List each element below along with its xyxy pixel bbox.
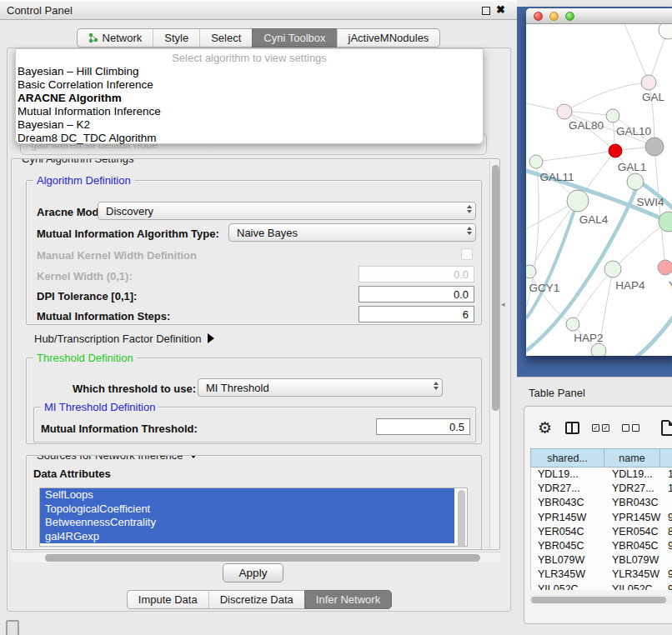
network-node-GAL80[interactable] — [557, 104, 572, 119]
dpi-tolerance-input[interactable] — [359, 286, 474, 302]
scrollbar-thumb[interactable] — [45, 554, 480, 562]
settings-group-title: Cyni Algorithm Settings — [18, 158, 137, 165]
network-node-gray[interactable] — [645, 138, 664, 156]
tab-cyni-toolbox[interactable]: Cyni Toolbox — [252, 28, 336, 48]
network-node-top-partial[interactable] — [659, 24, 672, 39]
manual-kernel-checkbox[interactable] — [461, 248, 473, 260]
data-attribute-item[interactable]: TopologicalCoefficient — [40, 502, 454, 517]
new-table-icon[interactable] — [661, 420, 672, 436]
data-attribute-item[interactable]: BetweennessCentrality — [40, 516, 454, 530]
data-attributes-list: SelfLoopsTopologicalCoefficientBetweenne… — [39, 488, 468, 547]
network-node-SWI4-small[interactable] — [627, 173, 644, 190]
network-node-GAL11[interactable] — [529, 155, 543, 168]
kernel-width-input[interactable] — [359, 266, 474, 282]
table-row[interactable]: YDL19...YDL19...13 — [531, 468, 672, 482]
mi-steps-input[interactable] — [359, 306, 474, 322]
columns-icon[interactable] — [565, 422, 579, 434]
settings-horizontal-scrollbar[interactable] — [12, 552, 500, 562]
table-cell: YDL19... — [531, 468, 605, 482]
data-attribute-item[interactable]: gal4RGexp — [40, 530, 454, 544]
network-edge[interactable] — [529, 272, 573, 324]
network-node-GAL1[interactable] — [609, 144, 622, 158]
column-header-name[interactable]: name — [604, 448, 660, 468]
cyni-toolbox-panel: galFiltered.sif default node Select algo… — [7, 48, 511, 612]
network-node-label: GAL4 — [579, 213, 609, 226]
network-node-bottom-partial[interactable] — [591, 343, 606, 356]
gear-icon[interactable]: ⚙ — [538, 420, 552, 436]
algorithm-option[interactable]: Basic Correlation Inference — [16, 78, 483, 92]
apply-button[interactable]: Apply — [223, 563, 283, 582]
table-cell — [661, 553, 672, 568]
combo-spinner-icon — [434, 382, 439, 390]
algorithm-option[interactable]: ARACNE Algorithm — [16, 92, 483, 105]
mi-algorithm-type-combo[interactable]: Naive Bayes — [228, 223, 476, 242]
table-cell: YIL052C — [605, 582, 661, 591]
algorithm-option[interactable]: Bayesian – Hill Climbing — [16, 65, 483, 78]
table-row[interactable]: YLR345WYLR345W9. — [531, 568, 672, 582]
scrollbar-thumb[interactable] — [531, 597, 666, 603]
table-cell: 13 — [661, 468, 672, 482]
table-cell: YLR345W — [605, 568, 661, 582]
float-window-icon[interactable] — [482, 7, 490, 15]
select-none-icon[interactable] — [622, 424, 639, 432]
tab-jactivemnodules[interactable]: jActiveMNodules — [337, 28, 441, 48]
minimized-panel-icon[interactable] — [6, 620, 19, 635]
network-node-GAL10[interactable] — [606, 109, 619, 122]
which-threshold-combo[interactable]: MI Threshold — [198, 378, 443, 397]
table-row[interactable]: YPR145WYPR145W9. — [531, 511, 672, 525]
table-row[interactable]: YIL052CYIL052C9 — [531, 582, 672, 591]
network-node-HAP2[interactable] — [566, 318, 579, 331]
tab-discretize-data[interactable]: Discretize Data — [208, 590, 304, 609]
column-header-partial[interactable]: A — [660, 448, 672, 468]
network-edge[interactable] — [529, 201, 578, 272]
control-panel-title: Control Panel — [7, 4, 73, 17]
algorithm-option[interactable]: Dream8 DC_TDC Algorithm — [16, 132, 483, 145]
network-edge[interactable] — [564, 82, 649, 112]
mi-threshold-input[interactable] — [376, 418, 470, 435]
panel-divider-arrow[interactable]: ◂ — [501, 300, 505, 308]
network-edge[interactable] — [573, 269, 613, 324]
network-node-HAP4[interactable] — [604, 261, 621, 278]
network-edge[interactable] — [624, 24, 649, 82]
hub-definition-label: Hub/Transcription Factor Definition — [34, 332, 201, 345]
settings-vertical-scrollbar[interactable] — [489, 161, 500, 548]
network-node-GCY1[interactable] — [526, 265, 536, 278]
minimize-traffic-light-icon[interactable] — [549, 12, 559, 21]
tab-select[interactable]: Select — [199, 28, 252, 48]
tab-label: Discretize Data — [220, 593, 293, 606]
hub-definition-expander[interactable]: Hub/Transcription Factor Definition — [34, 332, 214, 345]
table-horizontal-scrollbar[interactable] — [529, 595, 672, 604]
table-row[interactable]: YBL079WYBL079W — [531, 553, 672, 568]
table-row[interactable]: YDR27...YDR27...12 — [531, 482, 672, 496]
algorithm-option[interactable]: Mutual Information Inference — [16, 105, 483, 118]
network-canvas[interactable]: GALGAL80GAL10GAL1GAL11SWI4GAL4GCY1HAP4YH… — [526, 24, 672, 356]
tab-network[interactable]: Network — [77, 28, 153, 48]
select-all-checked-icon[interactable]: ✓✓ — [592, 424, 609, 432]
table-row[interactable]: YBR043CYBR043C — [531, 496, 672, 510]
network-node-label: Y — [669, 279, 672, 292]
column-header-shared[interactable]: shared... — [530, 448, 604, 468]
network-node-GAL[interactable] — [641, 75, 656, 90]
network-edge-highlighted[interactable] — [634, 308, 672, 356]
network-window-titlebar[interactable] — [526, 8, 672, 24]
scrollbar-thumb[interactable] — [492, 165, 499, 411]
close-icon[interactable]: ✖ — [496, 3, 505, 16]
algorithm-dropdown-list: Bayesian – Hill ClimbingBasic Correlatio… — [16, 65, 483, 144]
zoom-traffic-light-icon[interactable] — [565, 12, 574, 21]
network-node-label: GAL80 — [569, 119, 604, 132]
tab-style[interactable]: Style — [153, 28, 199, 48]
table-row[interactable]: YBR045CYBR045C9. — [531, 539, 672, 553]
tab-impute-data[interactable]: Impute Data — [127, 590, 208, 609]
close-traffic-light-icon[interactable] — [534, 12, 543, 21]
sources-group-title[interactable]: Sources for Network Inference — [33, 455, 202, 462]
tab-infer-network[interactable]: Infer Network — [304, 590, 392, 609]
aracne-mode-combo[interactable]: Discovery — [98, 202, 476, 220]
attributes-scrollbar[interactable] — [458, 490, 465, 547]
network-node-salmon[interactable] — [658, 260, 672, 275]
data-attribute-item[interactable]: SelfLoops — [40, 488, 454, 502]
algorithm-option[interactable]: Bayesian – K2 — [16, 118, 483, 132]
network-node-GAL4[interactable] — [567, 190, 589, 212]
network-edge[interactable] — [536, 151, 615, 162]
table-row[interactable]: YER054CYER054C8. — [531, 525, 672, 539]
mi-type-label: Mutual Information Algorithm Type: — [37, 228, 219, 240]
